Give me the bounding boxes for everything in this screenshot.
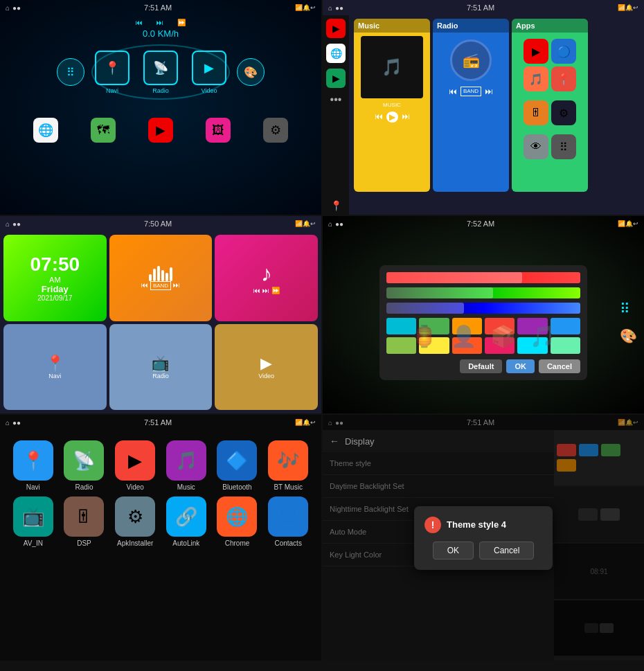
palette-btn[interactable]: 🎨 bbox=[237, 58, 265, 86]
prev-track[interactable]: ⏮ bbox=[136, 19, 143, 26]
music-n-btn[interactable]: ⏩ bbox=[271, 287, 280, 294]
settings-app[interactable]: ⚙ bbox=[263, 118, 288, 143]
app-contacts[interactable]: 👤 Contacts bbox=[265, 496, 311, 547]
apps-side-icon[interactable]: ⠿ bbox=[620, 301, 637, 317]
video-label: Video bbox=[258, 373, 274, 379]
music-card[interactable]: Music 🎵 MUSIC ⏮ ▶ ⏭ bbox=[354, 19, 430, 192]
app-grid[interactable]: ⠿ bbox=[551, 134, 576, 159]
app-eq[interactable]: 🎚 bbox=[524, 100, 548, 125]
home-icon-p4: ⌂ bbox=[328, 220, 332, 228]
music-prev[interactable]: ⏮ bbox=[375, 111, 383, 123]
status-bar-p2: ⌂ ●● 7:51 AM 📶🔔↩ bbox=[323, 0, 644, 15]
youtube-sidebar[interactable]: ▶ bbox=[326, 19, 346, 38]
maps-app[interactable]: 🗺 bbox=[91, 118, 116, 143]
app-music[interactable]: 🎵 bbox=[524, 66, 548, 91]
car-icons-bg: 🏮👤📦🎵 bbox=[411, 324, 555, 348]
app-video[interactable]: ▶ Video bbox=[112, 440, 158, 491]
app-eye[interactable]: 👁 bbox=[524, 134, 548, 159]
p2-sidebar: ▶ 🌐 ▶ ••• 📍 bbox=[323, 15, 349, 215]
app-pin[interactable]: 📍 bbox=[551, 66, 576, 91]
app-autolink[interactable]: 🔗 AutoLink bbox=[163, 496, 209, 547]
status-bar-p5: ⌂ ●● 7:51 AM 📶🔔↩ bbox=[0, 415, 321, 430]
panel-color-picker: ⌂ ●● 7:52 AM 📶🔔↩ 🏮👤📦🎵 bbox=[323, 216, 644, 413]
app-settings2[interactable]: ⚙ bbox=[551, 100, 576, 125]
radio2-widget[interactable]: 📺 Radio bbox=[109, 324, 213, 411]
palette-side-icon[interactable]: 🎨 bbox=[620, 328, 637, 344]
home-icon-p2: ⌂ bbox=[328, 4, 332, 12]
app-bt-music[interactable]: 🎶 BT Music bbox=[265, 440, 311, 491]
dots-icon-p2: ●● bbox=[335, 4, 343, 12]
clock-ampm: AM bbox=[49, 276, 61, 284]
music-next[interactable]: ⏭ bbox=[402, 111, 410, 123]
music-play-btn[interactable]: ⏭ bbox=[262, 287, 269, 294]
status-bar-p1: ⌂ ●● 7:51 AM 📶🔔↩ bbox=[0, 0, 321, 15]
app-music[interactable]: 🎵 Music bbox=[163, 440, 209, 491]
radio2-icon: 📺 bbox=[151, 355, 170, 373]
radio-band[interactable]: BAND bbox=[460, 87, 481, 96]
radio-ctrl: ⏮ BAND ⏭ bbox=[141, 281, 180, 290]
radio-icon-p1[interactable]: 📡 Radio bbox=[143, 51, 178, 94]
dialog-ok-btn[interactable]: OK bbox=[433, 542, 474, 560]
video-widget[interactable]: ▶ Video bbox=[215, 324, 318, 411]
radio-card[interactable]: Radio 📻 ⏮ BAND ⏭ bbox=[433, 19, 509, 192]
radio-next[interactable]: ⏭ bbox=[485, 87, 493, 96]
app-av-in[interactable]: 📺 AV_IN bbox=[10, 496, 56, 547]
app-chrome[interactable]: 🌐 Chrome bbox=[215, 496, 260, 547]
chrome-sidebar[interactable]: 🌐 bbox=[326, 44, 346, 63]
radio-n-btn[interactable]: ⏭ bbox=[173, 281, 180, 290]
music-controls: ⏮ ▶ ⏭ bbox=[375, 111, 410, 123]
clock-time: 07:50 bbox=[30, 253, 80, 276]
radio-icon: 📻 bbox=[450, 39, 492, 81]
apps-card[interactable]: Apps ▶ 🔵 🎵 📍 🎚 ⚙ 👁 bbox=[512, 19, 588, 192]
panel-app-grid: ⌂ ●● 7:51 AM 📶🔔↩ 📍 Navi 📡 Radio ▶ Video bbox=[0, 415, 321, 661]
clock-day: Friday bbox=[42, 284, 69, 294]
music-note: ♪ bbox=[261, 261, 272, 287]
next-track[interactable]: ⏭ bbox=[156, 19, 163, 26]
app-bluetooth[interactable]: 🔷 Bluetooth bbox=[215, 440, 260, 491]
radio-band-btn[interactable]: BAND bbox=[150, 281, 171, 290]
location-sidebar[interactable]: 📍 bbox=[330, 200, 342, 211]
navi-pin: 📍 bbox=[46, 355, 64, 373]
radio-widget[interactable]: ⏮ BAND ⏭ bbox=[109, 235, 213, 321]
navi-widget[interactable]: 📍 Navi bbox=[3, 324, 107, 411]
status-bar-p3: ⌂ ●● 7:50 AM 📶🔔↩ bbox=[0, 216, 321, 231]
app-navi[interactable]: 📍 Navi bbox=[10, 440, 56, 491]
apps-btn[interactable]: ⠿ bbox=[57, 58, 84, 86]
music-label: MUSIC bbox=[383, 102, 401, 108]
music-card-title: Music bbox=[354, 19, 430, 33]
home-icon: ⌂ bbox=[6, 4, 10, 12]
play-sidebar[interactable]: ▶ bbox=[326, 69, 346, 88]
dialog-title: Theme style 4 bbox=[447, 519, 506, 530]
music-play[interactable]: ▶ bbox=[386, 111, 398, 123]
photo-app[interactable]: 🖼 bbox=[206, 118, 231, 143]
youtube-app[interactable]: ▶ bbox=[148, 118, 173, 143]
app-apk[interactable]: ⚙ ApkInstaller bbox=[112, 496, 158, 547]
time-p2: 7:51 AM bbox=[467, 3, 494, 12]
radio-p-btn[interactable]: ⏮ bbox=[141, 281, 148, 290]
radio-prev[interactable]: ⏮ bbox=[449, 87, 457, 96]
panel-dark-home: ⌂ ●● 7:51 AM 📶🔔↩ ⏮ ⏭ ⏩ 0.0 KM/h ⠿ bbox=[0, 0, 321, 215]
apps-card-title: Apps bbox=[512, 19, 588, 33]
p4-side-icons: ⠿ 🎨 bbox=[620, 301, 637, 344]
skip-track[interactable]: ⏩ bbox=[177, 19, 186, 26]
app-yt[interactable]: ▶ bbox=[524, 39, 548, 64]
dialog-cancel-btn[interactable]: Cancel bbox=[479, 542, 534, 560]
dots-icon-p3: ●● bbox=[12, 220, 21, 228]
main-grid: ⌂ ●● 7:51 AM 📶🔔↩ ⏮ ⏭ ⏩ 0.0 KM/h ⠿ bbox=[0, 0, 644, 671]
more-sidebar[interactable]: ••• bbox=[330, 93, 342, 106]
app-bt[interactable]: 🔵 bbox=[551, 39, 576, 64]
speed-display: 0.0 KM/h bbox=[136, 28, 186, 39]
video-icon-p1[interactable]: ▶ Video bbox=[192, 51, 226, 94]
status-bar-p4: ⌂ ●● 7:52 AM 📶🔔↩ bbox=[323, 216, 644, 231]
music-p-btn[interactable]: ⏮ bbox=[253, 287, 260, 294]
navi-icon-p1[interactable]: 📍 Navi bbox=[95, 51, 129, 94]
radio-controls: ⏮ BAND ⏭ bbox=[449, 87, 493, 96]
chrome-app[interactable]: 🌐 bbox=[33, 118, 58, 143]
app-dsp[interactable]: 🎚 DSP bbox=[62, 496, 107, 547]
music-widget[interactable]: ♪ ⏮ ⏭ ⏩ bbox=[215, 235, 318, 321]
theme-style-dialog: ! Theme style 4 OK Cancel bbox=[414, 506, 553, 570]
app-radio[interactable]: 📡 Radio bbox=[62, 440, 107, 491]
clock-date: 2021/09/17 bbox=[37, 294, 72, 302]
panel-app-switcher: ⌂ ●● 7:51 AM 📶🔔↩ ▶ 🌐 ▶ ••• 📍 Music bbox=[323, 0, 644, 215]
panel-settings: ⌂ ●● 7:51 AM 📶🔔↩ ← Display Theme style bbox=[323, 415, 644, 661]
